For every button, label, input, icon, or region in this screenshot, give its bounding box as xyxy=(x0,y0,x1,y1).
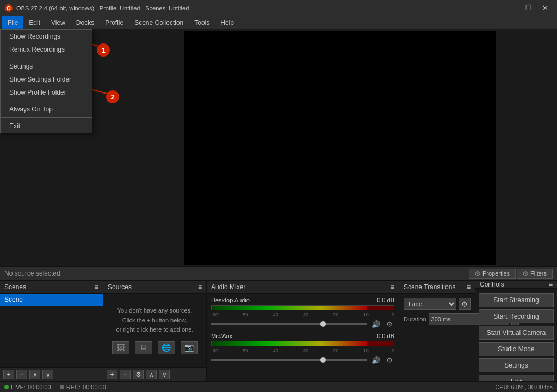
transitions-gear-btn[interactable]: ⚙ xyxy=(459,298,471,310)
svg-text:O: O xyxy=(7,5,11,11)
menu-exit[interactable]: Exit xyxy=(1,120,92,133)
duration-row: Duration ▲ ▼ xyxy=(404,313,471,325)
scenes-panel: Scenes ≡ Scene + − ∧ ∨ xyxy=(0,281,103,381)
sources-up-btn[interactable]: ∧ xyxy=(146,370,157,379)
sources-down-btn[interactable]: ∨ xyxy=(159,370,170,379)
sources-remove-btn[interactable]: − xyxy=(120,370,131,379)
audio-channel-desktop-header: Desktop Audio 0.0 dB xyxy=(211,297,394,303)
audio-channel-mic: Mic/Aux 0.0 dB -60-50-40-30-20-100 xyxy=(211,333,394,364)
menu-item-tools[interactable]: Tools xyxy=(189,16,215,29)
sources-icons: 🖼 🖥 🌐 📷 xyxy=(112,341,198,354)
title-bar-left: O OBS 27.2.4 (64-bit, windows) - Profile… xyxy=(4,4,189,13)
status-bar: No source selected ⚙ Properties ⚙ Filter… xyxy=(0,266,557,281)
sources-panel-icon: ≡ xyxy=(198,283,202,291)
live-dot xyxy=(4,385,9,389)
live-time: 00:00:00 xyxy=(28,384,51,390)
desktop-audio-level: 0.0 dB xyxy=(377,297,394,303)
dropdown-separator-1 xyxy=(1,58,92,58)
sources-toolbar: + − ⚙ ∧ ∨ xyxy=(103,367,206,381)
sources-settings-btn[interactable]: ⚙ xyxy=(133,370,144,379)
mic-audio-level: 0.0 dB xyxy=(377,333,394,339)
mic-audio-label: Mic/Aux xyxy=(211,333,232,339)
menu-show-settings-folder[interactable]: Show Settings Folder xyxy=(1,73,92,86)
transition-select[interactable]: Fade Cut xyxy=(404,298,456,310)
dropdown-separator-2 xyxy=(1,101,92,101)
menu-item-file[interactable]: File xyxy=(2,16,23,29)
live-label: LIVE: xyxy=(11,384,26,390)
mic-audio-controls: 🔊 ⚙ xyxy=(211,356,394,364)
desktop-audio-mute-btn[interactable]: 🔊 xyxy=(370,320,381,328)
controls-header-label: Controls xyxy=(480,281,504,288)
rec-time: 00:00:00 xyxy=(83,384,106,390)
desktop-audio-slider[interactable] xyxy=(211,323,367,325)
source-icon-camera: 📷 xyxy=(181,341,198,354)
menu-item-scene-collection[interactable]: Scene Collection xyxy=(129,16,189,29)
scene-list: Scene xyxy=(0,294,103,367)
transitions-header-label: Scene Transitions xyxy=(404,283,455,291)
scenes-panel-header: Scenes ≡ xyxy=(0,281,103,294)
menu-settings[interactable]: Settings xyxy=(1,60,92,73)
sources-panel-header: Sources ≡ xyxy=(103,281,206,294)
properties-tab-label: Properties xyxy=(482,270,510,277)
title-bar: O OBS 27.2.4 (64-bit, windows) - Profile… xyxy=(0,0,557,16)
menu-show-profile-folder[interactable]: Show Profile Folder xyxy=(1,86,92,99)
close-button[interactable]: ✕ xyxy=(537,3,553,14)
restore-button[interactable]: ❐ xyxy=(521,3,536,14)
menu-item-view[interactable]: View xyxy=(46,16,71,29)
title-bar-controls: − ❐ ✕ xyxy=(505,3,553,14)
start-recording-button[interactable]: Start Recording xyxy=(479,309,554,323)
desktop-audio-gear-btn[interactable]: ⚙ xyxy=(385,320,394,328)
gear-icon-properties: ⚙ xyxy=(475,270,480,277)
scenes-remove-btn[interactable]: − xyxy=(16,370,27,379)
preview-area xyxy=(122,29,557,266)
sources-content: You don't have any sources.Click the + b… xyxy=(103,294,206,367)
scene-transitions-panel: Scene Transitions ≡ Fade Cut ⚙ Duration … xyxy=(399,281,475,381)
source-icon-display: 🖥 xyxy=(135,341,152,354)
settings-button[interactable]: Settings xyxy=(479,358,554,372)
mic-audio-mute-btn[interactable]: 🔊 xyxy=(370,356,381,364)
filters-tab-label: Filters xyxy=(530,270,547,277)
bottom-status-bar: LIVE: 00:00:00 REC: 00:00:00 CPU: 6.8%, … xyxy=(0,381,557,392)
transitions-panel-header: Scene Transitions ≡ xyxy=(399,281,475,294)
menu-item-edit[interactable]: Edit xyxy=(23,16,46,29)
audio-content: Desktop Audio 0.0 dB -60-50-40-30-20-100 xyxy=(207,294,399,381)
rec-dot xyxy=(60,385,64,389)
sources-empty-text: You don't have any sources.Click the + b… xyxy=(116,306,194,335)
scenes-add-btn[interactable]: + xyxy=(3,370,14,379)
scenes-down-btn[interactable]: ∨ xyxy=(42,370,53,379)
menu-item-help[interactable]: Help xyxy=(215,16,239,29)
studio-mode-button[interactable]: Studio Mode xyxy=(479,342,554,356)
scene-item[interactable]: Scene xyxy=(0,294,103,306)
status-tabs: ⚙ Properties ⚙ Filters xyxy=(469,269,553,279)
audio-channel-desktop: Desktop Audio 0.0 dB -60-50-40-30-20-100 xyxy=(211,297,394,328)
controls-panel: Controls ≡ Start Streaming Start Recordi… xyxy=(475,281,557,381)
menu-remux-recordings[interactable]: Remux Recordings xyxy=(1,43,92,56)
sources-add-btn[interactable]: + xyxy=(107,370,117,379)
sources-panel: Sources ≡ You don't have any sources.Cli… xyxy=(103,281,207,381)
desktop-audio-label: Desktop Audio xyxy=(211,297,250,303)
controls-content: Start Streaming Start Recording Start Vi… xyxy=(475,289,557,392)
source-icon-browser: 🌐 xyxy=(158,341,175,354)
mic-audio-slider[interactable] xyxy=(211,359,367,361)
menu-item-docks[interactable]: Docks xyxy=(71,16,100,29)
scenes-panel-icon: ≡ xyxy=(95,283,98,291)
source-icon-image: 🖼 xyxy=(112,341,129,354)
no-source-label: No source selected xyxy=(4,270,60,277)
app-icon: O xyxy=(4,4,13,13)
controls-panel-icon: ≡ xyxy=(549,281,553,288)
audio-mixer-panel: Audio Mixer ≡ Desktop Audio 0.0 dB xyxy=(207,281,399,381)
properties-tab[interactable]: ⚙ Properties xyxy=(469,269,516,279)
transitions-row: Fade Cut ⚙ xyxy=(404,298,471,310)
gear-icon-filters: ⚙ xyxy=(523,270,528,277)
start-streaming-button[interactable]: Start Streaming xyxy=(479,293,554,307)
filters-tab[interactable]: ⚙ Filters xyxy=(517,269,553,279)
menu-show-recordings[interactable]: Show Recordings xyxy=(1,30,92,43)
menu-item-profile[interactable]: Profile xyxy=(100,16,129,29)
duration-label: Duration xyxy=(404,316,426,322)
mic-audio-gear-btn[interactable]: ⚙ xyxy=(385,356,394,364)
scenes-up-btn[interactable]: ∧ xyxy=(29,370,40,379)
start-virtual-camera-button[interactable]: Start Virtual Camera xyxy=(479,326,554,340)
minimize-button[interactable]: − xyxy=(505,3,520,14)
menu-always-on-top[interactable]: Always On Top xyxy=(1,103,92,116)
cpu-label: CPU: 6.8%, 30.00 fps xyxy=(495,384,553,390)
